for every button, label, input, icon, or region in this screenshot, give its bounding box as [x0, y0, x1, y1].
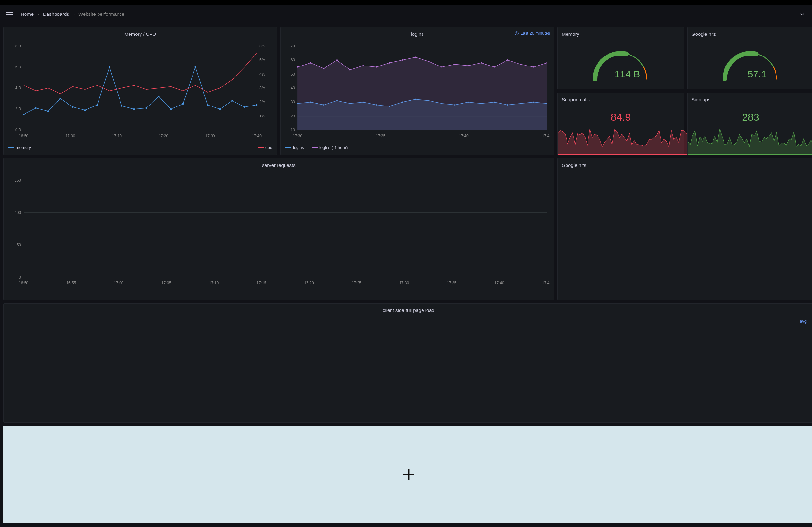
svg-text:17:30: 17:30	[293, 134, 302, 138]
panel-signups[interactable]: Sign ups 283	[687, 93, 812, 155]
menu-icon[interactable]	[6, 10, 14, 18]
panel-title: Google hits	[692, 30, 810, 40]
panel-title: Sign ups	[692, 95, 810, 105]
legend-cpu[interactable]: cpu	[258, 145, 272, 150]
svg-text:6%: 6%	[259, 44, 265, 48]
panel-page-load[interactable]: client side full page load avg	[3, 303, 812, 423]
svg-text:3%: 3%	[259, 86, 265, 90]
svg-text:0: 0	[19, 275, 21, 280]
stat-grid: Memory 114 B Google hits 57.1 Support ca…	[557, 27, 812, 155]
svg-text:2 B: 2 B	[15, 107, 21, 111]
svg-text:17:40: 17:40	[252, 134, 262, 138]
legend-logins[interactable]: logins	[285, 145, 304, 150]
svg-text:17:10: 17:10	[209, 281, 219, 285]
svg-text:50: 50	[291, 72, 295, 76]
svg-text:17:00: 17:00	[65, 134, 75, 138]
stat-value: 84.9	[562, 111, 680, 123]
svg-text:4%: 4%	[259, 72, 265, 76]
panel-support-calls[interactable]: Support calls 84.9	[557, 93, 684, 155]
panel-logins[interactable]: logins Last 20 minutes 1020304050607017:…	[280, 27, 554, 155]
clock-icon	[514, 31, 519, 35]
svg-text:2%: 2%	[259, 100, 265, 104]
svg-text:17:45: 17:45	[542, 134, 550, 138]
breadcrumb-current: Website performance	[78, 11, 124, 17]
panel-server-requests[interactable]: server requests 05010015016:5016:5517:00…	[3, 158, 554, 300]
svg-text:150: 150	[15, 178, 21, 183]
panel-memory-cpu[interactable]: Memory / CPU 0 B2 B4 B6 B8 B1%2%3%4%5%6%…	[3, 27, 277, 155]
svg-text:6 B: 6 B	[15, 65, 21, 70]
svg-text:60: 60	[291, 58, 295, 62]
legend-memory[interactable]: memory	[8, 145, 31, 150]
svg-text:16:55: 16:55	[66, 281, 76, 285]
svg-text:40: 40	[291, 86, 295, 90]
stat-value: 283	[692, 111, 810, 123]
svg-text:0 B: 0 B	[15, 128, 21, 132]
svg-text:16:50: 16:50	[19, 281, 28, 285]
svg-text:17:25: 17:25	[352, 281, 361, 285]
svg-text:1%: 1%	[259, 114, 265, 118]
panel-google-hits-bars[interactable]: Google hits	[557, 158, 812, 300]
panel-time-range[interactable]: Last 20 minutes	[514, 31, 550, 35]
breadcrumb: Home › Dashboards › Website performance	[21, 11, 124, 17]
svg-text:16:50: 16:50	[19, 134, 28, 138]
panel-memory-gauge[interactable]: Memory 114 B	[557, 27, 684, 89]
panel-title: Support calls	[562, 95, 680, 105]
svg-text:4 B: 4 B	[15, 86, 21, 90]
svg-text:17:30: 17:30	[399, 281, 409, 285]
svg-text:100: 100	[15, 210, 21, 215]
legend-logins-prev[interactable]: logins (-1 hour)	[312, 145, 348, 150]
panel-title: Google hits	[562, 161, 810, 170]
svg-text:17:35: 17:35	[447, 281, 456, 285]
panel-title: Memory	[562, 30, 680, 40]
panel-title: client side full page load	[8, 306, 810, 316]
svg-text:17:00: 17:00	[114, 281, 124, 285]
svg-text:50: 50	[17, 243, 21, 247]
svg-text:5%: 5%	[259, 58, 265, 62]
svg-text:17:20: 17:20	[304, 281, 314, 285]
panel-title: server requests	[8, 161, 550, 170]
breadcrumb-dashboards[interactable]: Dashboards	[43, 11, 69, 17]
panel-googlehits-gauge[interactable]: Google hits 57.1	[687, 27, 812, 89]
svg-text:70: 70	[291, 44, 295, 48]
svg-text:17:15: 17:15	[257, 281, 266, 285]
panel-title: Memory / CPU	[8, 30, 273, 40]
svg-text:57.1: 57.1	[748, 69, 767, 79]
svg-text:17:40: 17:40	[459, 134, 469, 138]
panel-title: logins	[285, 30, 550, 40]
breadcrumb-home[interactable]: Home	[21, 11, 33, 17]
svg-text:17:20: 17:20	[159, 134, 168, 138]
pageload-legend: avg	[739, 316, 810, 420]
svg-text:17:45: 17:45	[542, 281, 550, 285]
window-titlebar	[0, 0, 812, 4]
svg-text:8 B: 8 B	[15, 44, 21, 48]
svg-text:17:30: 17:30	[205, 134, 215, 138]
chevron-down-icon[interactable]	[799, 11, 806, 17]
svg-text:17:05: 17:05	[161, 281, 171, 285]
legend-header: avg	[745, 319, 810, 324]
add-panel-button[interactable]: +	[3, 426, 812, 523]
svg-text:10: 10	[291, 128, 295, 132]
svg-text:114 B: 114 B	[615, 69, 640, 79]
plus-icon: +	[402, 462, 415, 487]
navbar: Home › Dashboards › Website performance	[0, 4, 812, 24]
svg-text:20: 20	[291, 114, 295, 118]
svg-text:30: 30	[291, 100, 295, 104]
svg-text:17:40: 17:40	[494, 281, 504, 285]
svg-text:17:10: 17:10	[112, 134, 122, 138]
svg-text:17:35: 17:35	[376, 134, 385, 138]
